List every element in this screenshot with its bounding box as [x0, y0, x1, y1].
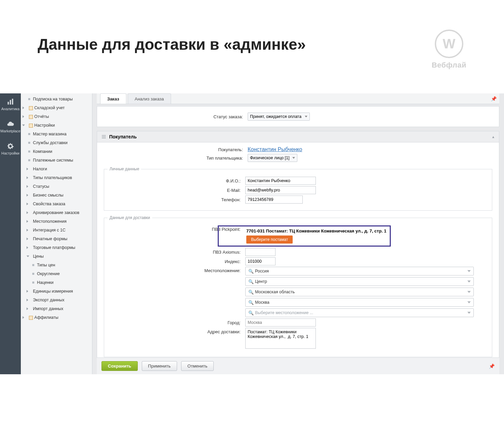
sidebar-item-units[interactable]: Единицы измерения	[21, 287, 92, 296]
apply-button[interactable]: Применить	[142, 361, 177, 371]
sidebar-item-affiliates[interactable]: Аффилиаты	[21, 313, 92, 322]
sidebar-label: Интеграция с 1С	[33, 228, 66, 232]
sidebar-item-payer-types[interactable]: Типы плательщиков	[21, 173, 92, 182]
axiomus-input[interactable]	[245, 248, 276, 256]
loc-text: Выберите местоположение ...	[255, 310, 313, 315]
sidebar-label: Местоположения	[33, 219, 67, 224]
tab-order[interactable]: Заказ	[100, 93, 126, 104]
loc-text: Центр	[255, 279, 267, 284]
email-input[interactable]	[245, 186, 316, 194]
pin-icon[interactable]: 📌	[491, 96, 497, 101]
folder-icon	[29, 316, 33, 320]
sidebar-item-locations[interactable]: Местоположения	[21, 217, 92, 226]
search-icon: 🔍	[248, 300, 254, 305]
sidebar-label: Платежные системы	[33, 158, 73, 163]
sidebar-item-order-props[interactable]: Свойства заказа	[21, 200, 92, 208]
delivery-data-fieldset: Данные для доставки ПВЗ Pickpoint: 7701-…	[104, 215, 492, 357]
save-button[interactable]: Сохранить	[101, 361, 138, 371]
sidebar-item-print-forms[interactable]: Печатные формы	[21, 234, 92, 243]
buyer-section-body: Покупатель: Константин Рыбченко Тип плат…	[97, 142, 499, 374]
sidebar-item-import[interactable]: Импорт данных	[21, 304, 92, 313]
sidebar-item-statuses[interactable]: Статусы	[21, 182, 92, 191]
sidebar-item-archive[interactable]: Архивирование заказов	[21, 208, 92, 217]
sidebar-label: Налоги	[33, 167, 47, 171]
svg-rect-2	[12, 99, 13, 104]
tabs: Заказ Анализ заказа 📌	[97, 93, 499, 104]
footer-bar: Сохранить Применить Отменить 📌	[97, 357, 499, 374]
sidebar-label: Наценки	[37, 280, 53, 285]
sidebar-label: Цены	[33, 254, 44, 259]
rail-settings[interactable]: Настройки	[0, 138, 21, 160]
sidebar-item-export[interactable]: Экспорт данных	[21, 296, 92, 304]
location-select-1[interactable]: 🔍Центр	[245, 277, 474, 286]
loc-text: Московская область	[255, 290, 295, 294]
sidebar-label: Мастер магазина	[33, 132, 67, 136]
sidebar-label: Единицы измерения	[33, 289, 73, 294]
loc-text: Москва	[255, 300, 269, 305]
choose-postamat-button[interactable]: Выберите постамат	[246, 236, 293, 244]
city-label: Город:	[108, 320, 245, 325]
logo-letter: W	[443, 36, 455, 51]
rail-analytics[interactable]: Аналитика	[0, 93, 21, 116]
buyer-section-title: Покупатель	[109, 134, 137, 139]
location-select-placeholder[interactable]: 🔍Выберите местоположение ...	[245, 308, 474, 317]
cloud-icon	[7, 120, 14, 128]
sidebar-item-delivery-services[interactable]: Службы доставки	[21, 138, 92, 147]
status-label: Статус заказа:	[104, 114, 248, 119]
location-select-3[interactable]: 🔍Москва	[245, 298, 474, 307]
sidebar-tree: Подписка на товары Складской учет Отчёты…	[21, 93, 92, 322]
status-select[interactable]: Принят, ожидается оплата	[248, 113, 310, 121]
email-label: E-Mail:	[108, 188, 245, 193]
phone-input[interactable]	[245, 196, 303, 204]
sidebar-item-wizard[interactable]: Мастер магазина	[21, 130, 92, 138]
brand-logo: W Вебфлай	[432, 30, 466, 70]
address-textarea[interactable]	[245, 328, 316, 349]
loc-text: Россия	[255, 269, 269, 273]
fio-input[interactable]	[245, 177, 316, 185]
search-icon: 🔍	[248, 290, 254, 295]
brand-name: Вебфлай	[432, 61, 466, 70]
sidebar-label: Службы доставки	[33, 140, 68, 145]
rail-marketplace[interactable]: Marketplace	[0, 116, 21, 138]
search-icon: 🔍	[248, 269, 254, 274]
sidebar-item-business-meanings[interactable]: Бизнес смыслы	[21, 191, 92, 200]
sidebar-item-price-types[interactable]: Типы цен	[21, 261, 92, 269]
sidebar-item-subscription[interactable]: Подписка на товары	[21, 95, 92, 103]
sidebar-item-prices[interactable]: Цены	[21, 252, 92, 261]
index-input[interactable]	[245, 257, 276, 265]
sidebar-item-markup[interactable]: Наценки	[21, 278, 92, 287]
collapse-icon[interactable]: ▴	[492, 134, 494, 139]
sidebar-item-settings[interactable]: Настройки	[21, 121, 92, 130]
search-icon: 🔍	[248, 279, 254, 284]
buyer-section-header[interactable]: Покупатель ▴	[97, 131, 499, 142]
status-value: Принят, ожидается оплата	[250, 114, 301, 119]
pin-icon[interactable]: 📌	[489, 363, 495, 369]
payer-type-select[interactable]: Физическое лицо [1]	[248, 154, 297, 162]
location-label: Местоположение:	[108, 267, 245, 273]
slide-title: Данные для доставки в «админке»	[38, 35, 306, 53]
sidebar-item-companies[interactable]: Компании	[21, 147, 92, 156]
city-input[interactable]	[245, 318, 316, 327]
sidebar-label: Округление	[37, 271, 60, 276]
sidebar-item-reports[interactable]: Отчёты	[21, 112, 92, 121]
sidebar-item-taxes[interactable]: Налоги	[21, 165, 92, 173]
tab-analysis[interactable]: Анализ заказа	[128, 93, 171, 104]
sidebar-item-rounding[interactable]: Округление	[21, 269, 92, 278]
buyer-name-link[interactable]: Константин Рыбченко	[248, 146, 302, 152]
sidebar-item-payment-systems[interactable]: Платежные системы	[21, 156, 92, 165]
sidebar-label: Складской учет	[34, 105, 65, 110]
folder-icon	[29, 124, 33, 128]
folder-icon	[29, 115, 33, 119]
phone-label: Телефон:	[108, 197, 245, 202]
sidebar-item-warehouse[interactable]: Складской учет	[21, 103, 92, 112]
search-icon: 🔍	[248, 310, 254, 315]
location-select-2[interactable]: 🔍Московская область	[245, 288, 474, 296]
sidebar-label: Импорт данных	[33, 306, 63, 311]
bar-chart-icon	[7, 98, 14, 105]
location-select-0[interactable]: 🔍Россия	[245, 267, 474, 275]
sidebar-item-1c[interactable]: Интеграция с 1С	[21, 226, 92, 234]
sidebar-label: Аффилиаты	[34, 315, 58, 320]
sidebar-item-platforms[interactable]: Торговые платформы	[21, 243, 92, 252]
cancel-button[interactable]: Отменить	[181, 361, 214, 371]
index-label: Индекс:	[108, 259, 245, 264]
